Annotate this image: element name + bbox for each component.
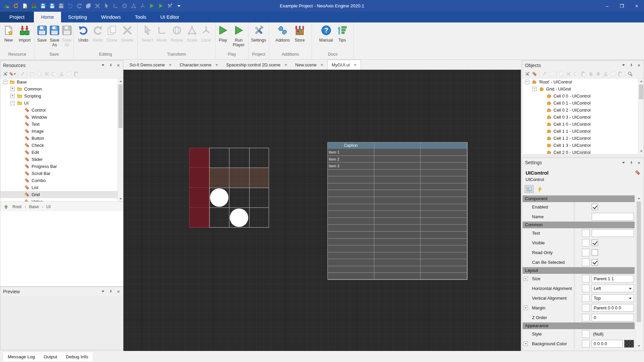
- table-cell[interactable]: [421, 232, 467, 239]
- run-player-icon[interactable]: [157, 2, 165, 10]
- tree-item-cell-0-3-uicontrol[interactable]: Cell 0 3 - UIControl: [522, 114, 644, 121]
- play-button[interactable]: Play: [216, 24, 230, 51]
- table-cell[interactable]: [374, 218, 421, 225]
- expander-icon[interactable]: +: [524, 277, 528, 281]
- background-color-input[interactable]: 0 0 0 0: [592, 340, 623, 348]
- property-default-box[interactable]: [582, 330, 590, 338]
- property-default-box[interactable]: [582, 229, 590, 237]
- settings-scrollbar[interactable]: [636, 195, 641, 349]
- grid-circle[interactable]: [230, 208, 248, 227]
- settings-tab-properties[interactable]: [525, 185, 534, 193]
- expander-icon[interactable]: −: [3, 80, 7, 84]
- z-order-input[interactable]: 0: [592, 314, 634, 321]
- scale-icon[interactable]: [129, 2, 138, 10]
- table-cell[interactable]: [421, 176, 467, 183]
- table-cell[interactable]: [328, 170, 374, 177]
- local-icon[interactable]: [139, 2, 147, 10]
- tree-item-cell-0-1-uicontrol[interactable]: Cell 0 1 - UIControl: [522, 100, 644, 107]
- property-default-box[interactable]: [582, 304, 590, 312]
- table-row[interactable]: [328, 225, 467, 232]
- table-cell[interactable]: [421, 156, 467, 163]
- breadcrumb-item-base[interactable]: Base: [28, 204, 40, 209]
- table-cell[interactable]: [328, 211, 374, 218]
- table-cell[interactable]: [421, 204, 467, 211]
- table-row[interactable]: [328, 204, 467, 211]
- table-cell[interactable]: [421, 225, 467, 232]
- close-tab-icon[interactable]: ×: [353, 62, 358, 67]
- resources-scrollbar[interactable]: [117, 78, 123, 201]
- expander-icon[interactable]: −: [10, 101, 15, 105]
- property-default-box[interactable]: [582, 314, 590, 321]
- tree-item-ui[interactable]: −UI: [0, 100, 123, 107]
- table-row[interactable]: [328, 176, 467, 183]
- expander-icon[interactable]: +: [524, 342, 528, 346]
- settings-icon[interactable]: [166, 2, 174, 10]
- grid-red-column[interactable]: [189, 148, 209, 228]
- table-cell[interactable]: [421, 197, 467, 204]
- objects-rename-icon[interactable]: [573, 71, 579, 77]
- table-cell[interactable]: [374, 204, 421, 211]
- pin-icon[interactable]: [629, 63, 634, 68]
- import-button[interactable]: Import: [16, 24, 34, 51]
- ribbon-tab-ui-editor[interactable]: UI Editor: [153, 12, 186, 22]
- panel-menu-icon[interactable]: [100, 63, 106, 68]
- table-cell[interactable]: Item 2: [328, 156, 374, 163]
- resources-open-icon[interactable]: [29, 71, 35, 77]
- table-cell[interactable]: [421, 170, 467, 177]
- app-logo-icon[interactable]: [3, 2, 11, 10]
- close-icon[interactable]: ×: [116, 63, 121, 68]
- save-all-button[interactable]: SaveAll: [61, 24, 73, 51]
- table-cell[interactable]: [374, 149, 421, 156]
- ribbon-tab-home[interactable]: Home: [34, 12, 61, 22]
- doc-tab-new-scene[interactable]: New.scene×: [291, 60, 327, 70]
- settings-button[interactable]: Settings: [249, 24, 268, 51]
- tree-item-base[interactable]: −Base: [0, 78, 123, 85]
- close-icon[interactable]: ×: [116, 289, 121, 294]
- doc-tab-mygui-ui[interactable]: MyGUI.ui×: [327, 60, 361, 70]
- select-button[interactable]: Select: [140, 24, 155, 51]
- table-cell[interactable]: [374, 225, 421, 232]
- objects-cut-icon[interactable]: [602, 71, 609, 77]
- ribbon-tab-project[interactable]: Project: [0, 12, 34, 22]
- objects-paste-icon[interactable]: [617, 71, 624, 77]
- tree-item-cell-2-0-uicontrol[interactable]: Cell 2 0 - UIControl: [522, 149, 644, 154]
- tree-item-button[interactable]: Button: [0, 135, 123, 142]
- rotate-icon[interactable]: [120, 2, 128, 10]
- tree-item-grid-uigrid[interactable]: −Grid - UIGrid: [522, 85, 644, 93]
- save-icon[interactable]: [39, 2, 47, 10]
- delete-button[interactable]: Delete: [119, 24, 136, 51]
- tree-item-cell-1-0-uicontrol[interactable]: Cell 1 0 - UIControl: [522, 121, 644, 128]
- objects-settings-icon[interactable]: [524, 71, 530, 77]
- table-cell[interactable]: [374, 211, 421, 218]
- restore-button[interactable]: ❐: [614, 0, 629, 12]
- import-icon[interactable]: [30, 2, 38, 10]
- table-body[interactable]: Item 1Item 2Item 3: [328, 149, 467, 280]
- size-input[interactable]: Parent 1 1: [592, 275, 634, 283]
- table-cell[interactable]: [328, 197, 374, 204]
- text-input[interactable]: [592, 229, 634, 237]
- tree-item-progress-bar[interactable]: Progress Bar: [0, 163, 123, 170]
- addons-button[interactable]: Addons: [273, 24, 292, 51]
- table-row[interactable]: [328, 211, 467, 218]
- table-row[interactable]: [328, 170, 467, 177]
- table-row[interactable]: Item 3: [328, 163, 467, 170]
- objects-new-object-icon[interactable]: [531, 71, 538, 77]
- table-cell[interactable]: [421, 245, 467, 252]
- objects-delete-icon[interactable]: [565, 71, 572, 77]
- tree-item-control[interactable]: Control: [0, 107, 123, 114]
- undo-icon[interactable]: [66, 2, 74, 10]
- resources-settings-icon[interactable]: [2, 71, 8, 77]
- table-cell[interactable]: [374, 273, 421, 280]
- panel-menu-icon[interactable]: [100, 289, 106, 294]
- ui-table-control[interactable]: Caption Item 1Item 2Item 3: [327, 142, 468, 280]
- tree-item-cell-0-0-uicontrol[interactable]: Cell 0 0 - UIControl: [522, 93, 644, 100]
- ribbon-tab-scripting[interactable]: Scripting: [61, 12, 94, 22]
- objects-clone-icon[interactable]: [548, 71, 555, 77]
- panel-menu-icon[interactable]: [621, 160, 626, 165]
- table-header-row[interactable]: Caption: [328, 142, 467, 149]
- close-tab-icon[interactable]: ×: [214, 62, 219, 67]
- table-cell[interactable]: [328, 232, 374, 239]
- table-row[interactable]: Item 1: [328, 149, 467, 156]
- table-cell[interactable]: [328, 218, 374, 225]
- table-cell[interactable]: [328, 259, 374, 266]
